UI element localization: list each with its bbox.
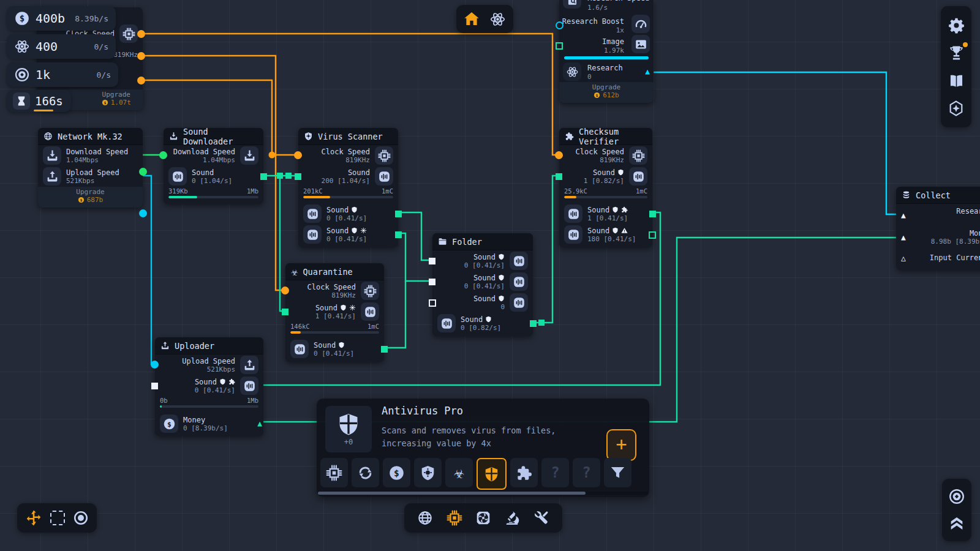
- node-title: Checksum Verifier: [579, 127, 647, 146]
- wire-junction-square: [277, 173, 283, 179]
- edit-tools: [17, 503, 97, 533]
- port-sound-in[interactable]: [282, 309, 288, 315]
- port-sound-in[interactable]: [295, 173, 301, 180]
- port-clock-out-2[interactable]: [137, 52, 145, 60]
- port-money-out[interactable]: ▲: [257, 419, 262, 427]
- shop-item-quarantine[interactable]: ☣: [445, 458, 473, 487]
- select-tool[interactable]: [50, 511, 65, 525]
- shop-item-money[interactable]: [383, 458, 410, 487]
- port-sound-verified-out[interactable]: [649, 211, 656, 217]
- gems-button[interactable]: [948, 100, 964, 116]
- shop-item-sync[interactable]: [352, 458, 379, 487]
- download-icon: [240, 146, 258, 165]
- buy-button[interactable]: +: [606, 429, 636, 461]
- upgrade-button[interactable]: Upgrade 687b: [38, 187, 143, 208]
- port-clock-in[interactable]: [555, 151, 563, 159]
- port-sound-clean-out[interactable]: [395, 211, 402, 217]
- shop-item-virus-scanner[interactable]: [414, 458, 442, 487]
- input-currency-row: △ Input Currency: [896, 248, 980, 270]
- node-collect[interactable]: Collect ▲ Research0 ▲ Money8.98b [8.39b/…: [896, 187, 980, 270]
- port-clock-in[interactable]: [294, 151, 302, 159]
- puzzle-icon: [516, 465, 532, 481]
- port-sound-out[interactable]: [530, 320, 537, 327]
- port-money-in[interactable]: ▲: [901, 233, 906, 241]
- port-sound-in-3[interactable]: [429, 299, 436, 307]
- port-currency-in[interactable]: △: [901, 254, 906, 262]
- sound-icon: [290, 340, 309, 358]
- port-image-in[interactable]: [556, 42, 563, 50]
- upgrade-button[interactable]: Upgrade 1.07t: [90, 89, 143, 110]
- sound-output-row: Sound0 [1.04/s]: [164, 166, 263, 187]
- dock-cooling-tab[interactable]: [475, 510, 491, 526]
- port-research-in[interactable]: ▲: [901, 211, 906, 219]
- shop-item-checksum[interactable]: [510, 458, 538, 487]
- collapse-button[interactable]: [948, 515, 965, 532]
- port-download-out[interactable]: [139, 168, 147, 176]
- notification-dot: [963, 42, 968, 47]
- port-upload-in[interactable]: [151, 361, 159, 369]
- shop-scrollbar-thumb[interactable]: [318, 492, 586, 495]
- focus-tool[interactable]: [73, 510, 89, 526]
- node-virus-scanner[interactable]: Virus Scanner Clock Speed819KHz Sound200…: [298, 128, 398, 247]
- hourglass-icon: [13, 92, 30, 110]
- node-title: Network Mk.32: [58, 132, 123, 141]
- image-label: Image: [602, 37, 624, 46]
- port-boost-in[interactable]: [556, 21, 564, 29]
- port-sound-out[interactable]: [260, 173, 267, 180]
- home-tab[interactable]: [461, 9, 482, 29]
- shop-filter-button[interactable]: [604, 458, 631, 487]
- port-research-out[interactable]: ▲: [645, 67, 650, 75]
- book-icon: [948, 73, 965, 89]
- codex-button[interactable]: [948, 73, 965, 89]
- port-clock-out-1[interactable]: [137, 30, 145, 38]
- port-sound-virus-out[interactable]: [395, 231, 402, 238]
- port-sound-in-2[interactable]: [429, 279, 435, 285]
- settings-button[interactable]: [948, 17, 965, 34]
- port-sound-in-1[interactable]: [429, 258, 435, 264]
- sound-virus-output-row: Sound0 [0.41/s]: [298, 224, 398, 247]
- recenter-button[interactable]: [948, 488, 965, 505]
- node-network[interactable]: Network Mk.32 Download Speed1.04Mbps Upl…: [38, 128, 143, 208]
- dock-network-tab[interactable]: [417, 510, 433, 526]
- port-clock-out-3[interactable]: [137, 77, 145, 84]
- port-sound-corrupt-out[interactable]: [649, 231, 656, 239]
- port-upload-out[interactable]: [139, 209, 147, 217]
- capacity-progress: 0b1Mb: [155, 396, 263, 413]
- move-tool[interactable]: [25, 509, 42, 527]
- money-rate: 8.39b/s: [75, 14, 108, 23]
- node-folder[interactable]: Folder Sound0 [0.41/s] Sound0 [0.41/s] S…: [432, 233, 533, 336]
- dock-hardware-tab[interactable]: [447, 510, 462, 526]
- dock-tools-tab[interactable]: [533, 510, 549, 526]
- node-title: Sound Downloader: [183, 127, 258, 146]
- upgrade-button[interactable]: Upgrade 612b: [559, 82, 654, 103]
- collect-coins-icon: [902, 190, 911, 200]
- shop-title: Antivirus Pro: [382, 405, 463, 417]
- port-sound-out[interactable]: [381, 346, 388, 353]
- shield-badge-icon: [351, 206, 358, 213]
- sound-output-row: Sound0 [0.41/s]: [298, 203, 398, 224]
- download-speed-input-row: Download Speed1.04Mbps: [164, 145, 263, 166]
- shield-badge-icon: [498, 253, 505, 260]
- node-quarantine[interactable]: ☣Quarantine Clock Speed819KHz Sound1 [0.…: [285, 263, 384, 362]
- achievements-button[interactable]: [948, 45, 965, 61]
- category-dock: [404, 503, 562, 533]
- coin-dollar-icon: [388, 465, 405, 481]
- node-checksum-verifier[interactable]: Checksum Verifier Clock Speed819KHz Soun…: [559, 128, 652, 247]
- atom-tab[interactable]: [488, 9, 508, 29]
- node-sound-downloader[interactable]: Sound Downloader Download Speed1.04Mbps …: [164, 128, 263, 204]
- shop-item-antivirus[interactable]: [477, 458, 507, 490]
- port-download-in[interactable]: [159, 151, 167, 159]
- shop-scrollbar[interactable]: [318, 492, 648, 495]
- puzzle-icon: [565, 132, 574, 141]
- port-clock-in[interactable]: [281, 287, 289, 294]
- node-research[interactable]: Research Speed 1.6/s Research Boost 1x I…: [559, 0, 654, 103]
- sound-input-row-3: Sound0: [432, 292, 533, 313]
- shop-item-processor[interactable]: [320, 458, 348, 487]
- plus-icon: +: [616, 435, 627, 454]
- atom-icon: [489, 11, 506, 28]
- node-uploader[interactable]: Uploader Upload Speed521Kbps Sound0 [0.4…: [155, 337, 263, 436]
- tile-bonus: +0: [344, 438, 353, 446]
- port-sound-in[interactable]: [556, 173, 562, 180]
- dock-research-tab[interactable]: [504, 510, 520, 526]
- port-sound-in[interactable]: [151, 383, 158, 389]
